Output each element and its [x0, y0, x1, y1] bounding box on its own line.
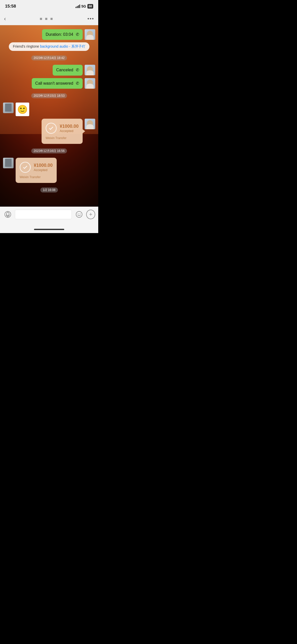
status-right: 5G 68: [76, 4, 93, 9]
canceled-bubble[interactable]: Canceled ✆: [53, 65, 83, 75]
timestamp-text: 2023年12月15日 18:53: [31, 93, 67, 98]
transfer-amount: ¥1000.00: [60, 124, 79, 129]
unanswered-bubble[interactable]: Call wasn't answered ✆: [32, 78, 83, 89]
timestamp: 2023年12月14日 18:42: [3, 55, 95, 60]
message-row: Canceled ✆: [3, 65, 95, 75]
transfer-label: Weixin Transfer: [20, 175, 53, 179]
svg-point-5: [80, 214, 80, 214]
bottom-bar: +: [0, 207, 98, 226]
chat-area: Duration: 03:04 ✆ Friend's ringtone back…: [0, 25, 98, 207]
transfer-card[interactable]: ¥1000.00 Accepted Weixin Transfer: [16, 158, 57, 183]
transfer-card-inner: ¥1000.00 Accepted: [46, 123, 79, 134]
battery-badge: 68: [87, 4, 93, 9]
transfer-card[interactable]: ¥1000.00 Accepted Weixin Transfer: [42, 119, 83, 144]
voice-icon: [4, 211, 11, 218]
chat-title: ■ ■ ■: [40, 16, 54, 21]
timestamp-text: 1/2 16:08: [40, 187, 58, 192]
emoji-bubble[interactable]: 🙂: [16, 103, 29, 116]
transfer-status: Accepted: [34, 168, 53, 172]
message-input[interactable]: [15, 210, 72, 219]
plus-button[interactable]: +: [86, 210, 95, 219]
avatar: [3, 103, 14, 113]
ringtone-bar: Friend's ringtone background audio - 系萍子…: [9, 42, 89, 51]
transfer-label: Weixin Transfer: [46, 136, 79, 140]
ringtone-row: Friend's ringtone background audio - 系萍子…: [3, 42, 95, 51]
call-bubble[interactable]: Duration: 03:04 ✆: [42, 29, 83, 40]
signal-5g-label: 5G: [81, 4, 86, 8]
call-duration-text: Duration: 03:04: [46, 32, 73, 37]
transfer-info: ¥1000.00 Accepted: [60, 124, 79, 133]
ringtone-prefix: Friend's ringtone: [13, 44, 39, 48]
home-indicator-bar: [34, 229, 64, 230]
emoji-content: 🙂: [17, 104, 28, 114]
transfer-card-inner: ¥1000.00 Accepted: [20, 162, 53, 173]
phone-icon: ✆: [76, 32, 79, 37]
timestamp: 1/2 16:08: [3, 187, 95, 192]
timestamp: 2023年12月15日 18:53: [3, 93, 95, 98]
timestamp-text: 2023年12月14日 18:42: [31, 55, 67, 60]
svg-point-3: [76, 211, 82, 217]
timestamp: 2023年12月16日 16:56: [3, 148, 95, 153]
transfer-check-icon: [20, 162, 31, 173]
status-time: 15:58: [5, 4, 16, 9]
message-row: Call wasn't answered ✆: [3, 78, 95, 89]
message-row: 🙂: [3, 103, 95, 116]
unanswered-text: Call wasn't answered: [35, 81, 73, 85]
avatar: [85, 78, 95, 89]
plus-icon: +: [89, 211, 92, 218]
ringtone-link[interactable]: background audio - 系萍子吖: [40, 44, 85, 48]
transfer-notch: [83, 129, 85, 133]
emoji-button[interactable]: [74, 209, 84, 219]
message-row: Duration: 03:04 ✆: [3, 29, 95, 40]
transfer-check-icon: [46, 123, 57, 134]
message-row: ¥1000.00 Accepted Weixin Transfer: [3, 119, 95, 144]
avatar: [85, 119, 95, 129]
transfer-status: Accepted: [60, 129, 79, 133]
transfer-info: ¥1000.00 Accepted: [34, 163, 53, 172]
more-button[interactable]: •••: [87, 16, 94, 22]
home-indicator: [0, 226, 98, 233]
svg-point-4: [78, 214, 78, 214]
canceled-text: Canceled: [56, 68, 73, 72]
voice-button[interactable]: [3, 209, 12, 219]
phone-icon: ✆: [76, 67, 79, 73]
signal-bars-icon: [76, 5, 80, 8]
avatar: [3, 158, 14, 168]
timestamp-text: 2023年12月16日 16:56: [31, 148, 67, 153]
phone-icon: ✆: [76, 81, 79, 86]
chat-messages: Duration: 03:04 ✆ Friend's ringtone back…: [0, 25, 98, 198]
avatar: [85, 65, 95, 75]
svg-point-1: [7, 212, 9, 216]
avatar: [85, 29, 95, 40]
message-row: ¥1000.00 Accepted Weixin Transfer: [3, 158, 95, 183]
transfer-amount: ¥1000.00: [34, 163, 53, 168]
back-button[interactable]: ‹: [4, 16, 6, 22]
emoji-icon: [76, 211, 83, 218]
status-bar: 15:58 5G 68: [0, 0, 98, 13]
nav-bar: ‹ ■ ■ ■ •••: [0, 13, 98, 25]
